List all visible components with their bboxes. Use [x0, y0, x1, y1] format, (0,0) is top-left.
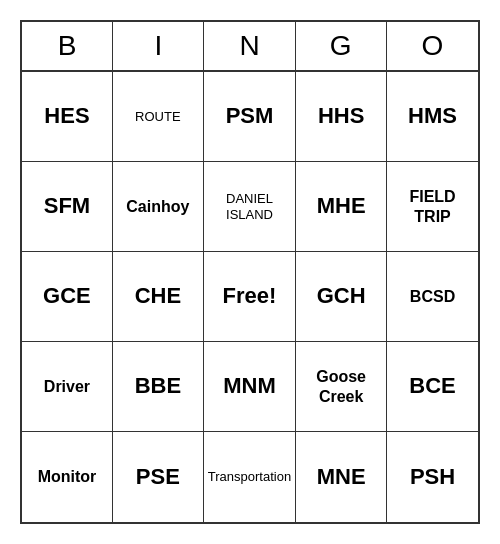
bingo-cell: Free! — [204, 252, 296, 342]
header-letter: N — [204, 22, 295, 70]
cell-text: PSM — [226, 103, 274, 129]
bingo-cell: BCSD — [387, 252, 478, 342]
cell-text: BBE — [135, 373, 181, 399]
cell-text: MHE — [317, 193, 366, 219]
bingo-cell: CHE — [113, 252, 204, 342]
cell-text: SFM — [44, 193, 90, 219]
cell-text: BCE — [409, 373, 455, 399]
cell-text: FIELD TRIP — [391, 187, 474, 225]
bingo-cell: FIELD TRIP — [387, 162, 478, 252]
bingo-cell: MNM — [204, 342, 296, 432]
bingo-cell: Driver — [22, 342, 113, 432]
cell-text: HMS — [408, 103, 457, 129]
bingo-grid: HESROUTEPSMHHSHMSSFMCainhoyDANIEL ISLAND… — [22, 72, 478, 522]
bingo-cell: PSE — [113, 432, 204, 522]
bingo-cell: DANIEL ISLAND — [204, 162, 296, 252]
bingo-cell: HHS — [296, 72, 387, 162]
cell-text: DANIEL ISLAND — [208, 191, 291, 222]
bingo-cell: HES — [22, 72, 113, 162]
bingo-cell: MNE — [296, 432, 387, 522]
bingo-cell: Goose Creek — [296, 342, 387, 432]
cell-text: Driver — [44, 377, 90, 396]
cell-text: MNE — [317, 464, 366, 490]
header-letter: G — [296, 22, 387, 70]
cell-text: MNM — [223, 373, 276, 399]
cell-text: CHE — [135, 283, 181, 309]
bingo-card: BINGO HESROUTEPSMHHSHMSSFMCainhoyDANIEL … — [20, 20, 480, 524]
bingo-cell: GCH — [296, 252, 387, 342]
cell-text: GCE — [43, 283, 91, 309]
cell-text: Free! — [223, 283, 277, 309]
bingo-cell: GCE — [22, 252, 113, 342]
cell-text: PSH — [410, 464, 455, 490]
cell-text: Cainhoy — [126, 197, 189, 216]
bingo-cell: Cainhoy — [113, 162, 204, 252]
bingo-header: BINGO — [22, 22, 478, 72]
bingo-cell: SFM — [22, 162, 113, 252]
cell-text: HES — [44, 103, 89, 129]
bingo-cell: HMS — [387, 72, 478, 162]
cell-text: HHS — [318, 103, 364, 129]
bingo-cell: Monitor — [22, 432, 113, 522]
cell-text: PSE — [136, 464, 180, 490]
bingo-cell: PSH — [387, 432, 478, 522]
bingo-cell: Transportation — [204, 432, 296, 522]
cell-text: ROUTE — [135, 109, 181, 125]
header-letter: I — [113, 22, 204, 70]
cell-text: Transportation — [208, 469, 291, 485]
bingo-cell: MHE — [296, 162, 387, 252]
bingo-cell: PSM — [204, 72, 296, 162]
bingo-cell: BCE — [387, 342, 478, 432]
cell-text: BCSD — [410, 287, 455, 306]
header-letter: O — [387, 22, 478, 70]
header-letter: B — [22, 22, 113, 70]
bingo-cell: ROUTE — [113, 72, 204, 162]
cell-text: Monitor — [38, 467, 97, 486]
bingo-cell: BBE — [113, 342, 204, 432]
cell-text: GCH — [317, 283, 366, 309]
cell-text: Goose Creek — [300, 367, 382, 405]
